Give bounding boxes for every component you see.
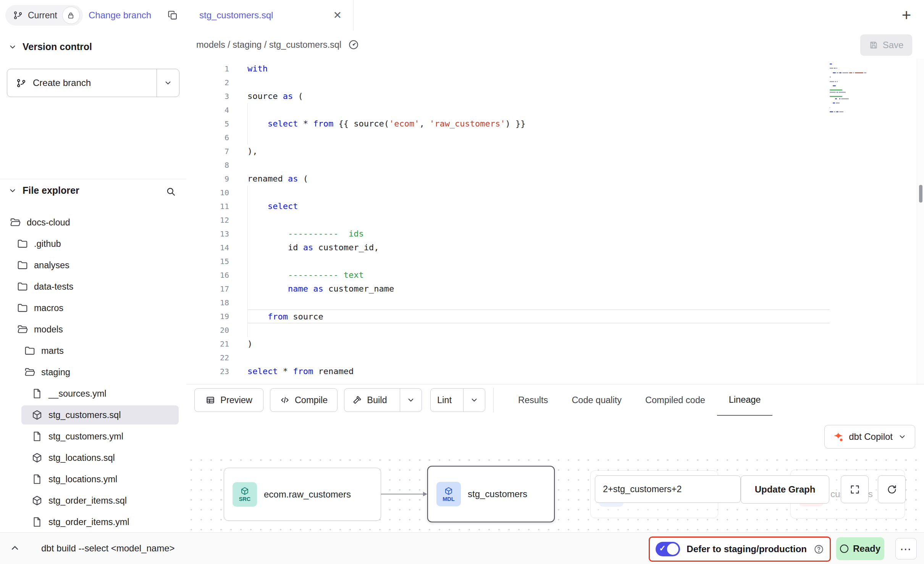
search-icon[interactable] (165, 186, 176, 197)
line-number: 23 (186, 365, 229, 378)
preview-button[interactable]: Preview (194, 388, 263, 412)
readonly-lock-icon (62, 6, 80, 24)
code-line-6[interactable] (247, 131, 924, 144)
compile-button[interactable]: Compile (270, 388, 338, 412)
more-options-button[interactable]: ⋯ (895, 538, 917, 559)
file-item-.github[interactable]: .github (0, 233, 186, 254)
lint-dropdown[interactable] (463, 389, 485, 412)
code-line-3[interactable]: source as ( (247, 89, 924, 103)
line-number: 7 (186, 144, 229, 158)
build-dropdown[interactable] (400, 389, 422, 412)
file-item-stg_locations.yml[interactable]: stg_locations.yml (0, 468, 186, 490)
file-item-label: __sources.yml (48, 389, 107, 399)
file-item-macros[interactable]: macros (0, 297, 186, 319)
code-line-2[interactable] (247, 76, 924, 89)
change-branch-link[interactable]: Change branch (89, 0, 151, 31)
folder-icon (17, 302, 28, 314)
file-item-analyses[interactable]: analyses (0, 254, 186, 276)
code-line-16[interactable]: ---------- text (247, 268, 924, 282)
lineage-node-source[interactable]: SRC ecom.raw_customers (224, 468, 381, 521)
refresh-button[interactable] (878, 475, 906, 503)
save-button[interactable]: Save (860, 34, 912, 56)
code-line-9[interactable]: renamed as ( (247, 172, 924, 186)
line-number: 22 (186, 351, 229, 365)
lineage-selector-input[interactable] (595, 475, 741, 503)
create-branch-button[interactable]: Create branch (7, 69, 179, 97)
lineage-node-model[interactable]: MDL stg_customers (427, 466, 555, 522)
file-item-stg_customers.sql[interactable]: stg_customers.sql (0, 404, 186, 426)
file-icon (31, 473, 43, 485)
code-line-22[interactable] (247, 351, 924, 365)
file-item-data-tests[interactable]: data-tests (0, 276, 186, 297)
tab-code-quality[interactable]: Code quality (560, 384, 633, 416)
code-line-10[interactable] (247, 186, 924, 199)
code-line-21[interactable]: ) (247, 337, 924, 351)
defer-toggle[interactable]: ✓ (656, 542, 680, 556)
file-item-stg_order_items.sql[interactable]: stg_order_items.sql (0, 490, 186, 511)
line-number: 3 (186, 89, 229, 103)
lint-button-main[interactable]: Lint (431, 395, 458, 405)
lint-button[interactable]: Lint (430, 388, 485, 412)
file-item-stg_locations.sql[interactable]: stg_locations.sql (0, 447, 186, 468)
help-icon[interactable] (813, 544, 824, 554)
update-graph-button[interactable]: Update Graph (741, 475, 829, 504)
tab-close-icon[interactable]: ✕ (333, 9, 342, 21)
code-line-4[interactable] (247, 103, 924, 117)
code-line-8[interactable] (247, 158, 924, 172)
code-line-18[interactable] (247, 296, 924, 310)
editor-tab[interactable]: stg_customers.sql ✕ (186, 0, 354, 31)
plus-icon: + (902, 6, 911, 24)
file-item-__sources.yml[interactable]: __sources.yml (0, 383, 186, 404)
file-explorer-header[interactable]: File explorer (8, 185, 79, 196)
file-icon (31, 431, 43, 442)
code-line-13[interactable]: ---------- ids (247, 227, 924, 241)
file-item-models[interactable]: models (0, 319, 186, 340)
gauge-icon[interactable] (347, 39, 360, 51)
current-branch-pill[interactable]: Current (5, 5, 83, 26)
code-line-1[interactable]: with (247, 62, 924, 76)
tab-label: Code quality (572, 395, 622, 405)
build-button[interactable]: Build (344, 388, 422, 412)
version-control-header[interactable]: Version control (8, 41, 92, 52)
code-line-20[interactable] (247, 323, 924, 337)
tab-compiled-code[interactable]: Compiled code (633, 384, 717, 416)
line-number: 18 (186, 296, 229, 310)
code-line-14[interactable]: id as customer_id, (247, 241, 924, 254)
copy-icon[interactable] (166, 8, 179, 22)
file-item-stg_order_items.yml[interactable]: stg_order_items.yml (0, 511, 186, 533)
lineage-canvas[interactable]: MDL customers SEM customers SRC ecom.raw… (186, 455, 924, 533)
create-branch-dropdown[interactable] (157, 69, 179, 97)
code-line-11[interactable]: select (247, 199, 924, 213)
code-line-7[interactable]: ), (247, 144, 924, 158)
minimap[interactable] (830, 63, 880, 113)
code-line-17[interactable]: name as customer_name (247, 282, 924, 296)
editor-scrollbar[interactable] (917, 59, 924, 384)
code-line-5[interactable]: select * from {{ source('ecom', 'raw_cus… (247, 117, 924, 131)
file-item-label: stg_customers.yml (48, 431, 123, 442)
file-item-stg_customers.yml[interactable]: stg_customers.yml (0, 426, 186, 447)
line-number: 13 (186, 227, 229, 241)
defer-toggle-group: ✓ Defer to staging/production (649, 536, 831, 562)
folder-open-icon (10, 217, 21, 228)
build-button-main[interactable]: Build (344, 395, 395, 405)
scrollbar-thumb[interactable] (919, 185, 922, 203)
new-tab-button[interactable]: + (897, 6, 916, 24)
code-line-15[interactable] (247, 254, 924, 268)
dbt-copilot-button[interactable]: dbt Copilot (824, 425, 915, 449)
tab-results[interactable]: Results (506, 384, 560, 416)
file-item-docs-cloud[interactable]: docs-cloud (0, 212, 186, 233)
code-editor[interactable]: 1234567891011121314151617181920212223 wi… (186, 59, 924, 384)
save-label: Save (883, 40, 904, 50)
preview-label: Preview (220, 395, 252, 405)
fullscreen-button[interactable] (841, 475, 869, 503)
line-number: 8 (186, 158, 229, 172)
code-line-19[interactable]: from source (247, 310, 830, 323)
lint-label: Lint (437, 395, 452, 405)
file-item-staging[interactable]: staging (0, 361, 186, 383)
tab-lineage[interactable]: Lineage (717, 384, 773, 416)
collapse-chevron-up-icon[interactable] (9, 543, 21, 554)
file-item-marts[interactable]: marts (0, 340, 186, 361)
code-line-23[interactable]: select * from renamed (247, 365, 924, 378)
code-line-12[interactable] (247, 213, 924, 227)
editor-code[interactable]: withsource as ( select * from {{ source(… (229, 62, 924, 378)
